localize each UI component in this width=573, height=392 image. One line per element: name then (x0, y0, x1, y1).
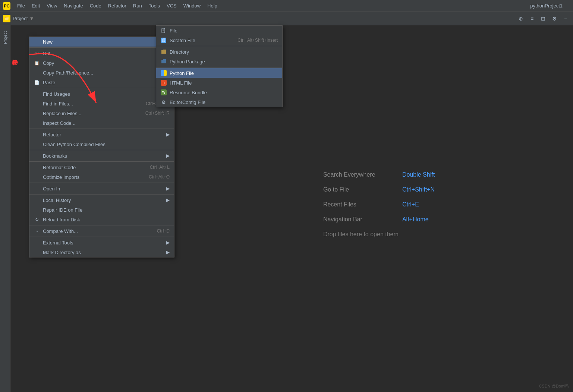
menu-run[interactable]: Run (130, 2, 145, 10)
ctx-optimize-label: Optimize Imports (43, 174, 146, 180)
welcome-content: Search Everywhere Double Shift Go to Fil… (323, 171, 435, 246)
welcome-line-2: Recent Files Ctrl+E (323, 201, 435, 208)
side-strip: Project (0, 25, 10, 392)
menu-edit[interactable]: Edit (29, 2, 43, 10)
ctx-optimize[interactable]: Optimize Imports Ctrl+Alt+O (29, 172, 174, 183)
sub-resource-label: Resource Bundle (170, 90, 278, 95)
ctx-find-usages[interactable]: Find Usages Alt+F7 (29, 89, 174, 99)
sub-directory[interactable]: Directory (156, 47, 282, 57)
sub-scratch-shortcut: Ctrl+Alt+Shift+Insert (237, 38, 278, 43)
refactor-arrow: ▶ (166, 132, 170, 137)
copy-icon: 📋 (34, 60, 40, 66)
svg-rect-7 (164, 92, 165, 94)
filter-btn[interactable]: ⊟ (539, 14, 548, 23)
welcome-shortcut-1: Ctrl+Shift+N (402, 186, 435, 193)
copy-path-icon (34, 70, 40, 76)
ctx-open-in[interactable]: Open In ▶ (29, 184, 174, 195)
local-history-icon (34, 197, 40, 203)
welcome-label-4: Drop files here to open them (323, 231, 399, 238)
ctx-copy-label: Copy (43, 60, 154, 66)
menu-bar: File Edit View Navigate Code Refactor Ru… (14, 2, 530, 10)
sub-python-file[interactable]: Python File (156, 68, 282, 78)
ctx-copy-path[interactable]: Copy Path/Reference... (29, 68, 174, 78)
file-icon (161, 28, 167, 34)
menu-file[interactable]: File (14, 2, 28, 10)
ctx-external-tools[interactable]: External Tools ▶ (29, 238, 174, 247)
watermark: CSDN @Dom吗 (539, 383, 569, 389)
find-usages-icon (34, 91, 40, 97)
ctx-compare[interactable]: ↔ Compare With... Ctrl+D (29, 226, 174, 237)
sub-scratch[interactable]: Scratch File Ctrl+Alt+Shift+Insert (156, 35, 282, 46)
editorconfig-icon: ⚙ (161, 99, 167, 105)
menu-navigate[interactable]: Navigate (61, 2, 86, 10)
ctx-copy[interactable]: 📋 Copy Ctrl+C (29, 58, 174, 68)
ctx-find-files[interactable]: Find in Files... Ctrl+Shift+F (29, 99, 174, 108)
bookmarks-arrow: ▶ (166, 153, 170, 158)
menu-help[interactable]: Help (204, 2, 220, 10)
locate-btn[interactable]: ⊕ (516, 14, 525, 23)
ctx-replace-files[interactable]: Replace in Files... Ctrl+Shift+R (29, 108, 174, 118)
menu-vcs[interactable]: VCS (164, 2, 180, 10)
ctx-new-label: New (43, 39, 160, 45)
menu-view[interactable]: View (44, 2, 60, 10)
ctx-clean-python[interactable]: Clean Python Compiled Files (29, 139, 174, 150)
sort-btn[interactable]: ≡ (528, 14, 536, 23)
find-files-icon (34, 101, 40, 107)
ctx-refactor[interactable]: Refactor ▶ (29, 130, 174, 139)
sub-editorconfig-label: EditorConfig File (170, 99, 278, 105)
ctx-repair-label: Repair IDE on File (43, 207, 170, 213)
ctx-cut[interactable]: ✂ Cut Ctrl+X (29, 48, 174, 58)
ctx-replace-files-label: Replace in Files... (43, 111, 142, 116)
ctx-find-files-label: Find in Files... (43, 101, 143, 107)
reload-icon: ↻ (34, 216, 40, 222)
ctx-paste[interactable]: 📄 Paste Ctrl+V (29, 78, 174, 88)
python-file-icon (161, 70, 167, 76)
minimize-btn[interactable]: − (561, 14, 570, 23)
sub-package-label: Python Package (170, 59, 278, 64)
ctx-mark-directory[interactable]: Mark Directory as ▶ (29, 247, 174, 257)
menu-tools[interactable]: Tools (146, 2, 163, 10)
project-folder-icon: 📁 (3, 15, 10, 22)
ctx-reformat-label: Reformat Code (43, 165, 147, 170)
open-in-icon (34, 186, 40, 192)
project-tab[interactable]: Project (1, 28, 9, 47)
settings-btn[interactable]: ⚙ (550, 14, 559, 23)
ctx-replace-files-shortcut: Ctrl+Shift+R (145, 111, 170, 116)
ctx-bookmarks-label: Bookmarks (43, 153, 160, 159)
mark-dir-arrow: ▶ (166, 250, 170, 255)
ctx-reformat[interactable]: Reformat Code Ctrl+Alt+L (29, 162, 174, 172)
ctx-new[interactable]: New ▶ (29, 37, 174, 47)
ctx-reload-label: Reload from Disk (43, 217, 170, 222)
sub-python-package[interactable]: Python Package (156, 57, 282, 67)
ctx-local-history[interactable]: Local History ▶ (29, 195, 174, 205)
html-file-icon: H (161, 80, 167, 86)
context-area: 右键 New ▶ ✂ Cut (10, 25, 573, 392)
ctx-local-history-label: Local History (43, 197, 160, 203)
menu-code[interactable]: Code (87, 2, 104, 10)
sub-editorconfig[interactable]: ⚙ EditorConfig File (156, 97, 282, 107)
sub-resource[interactable]: Resource Bundle (156, 88, 282, 97)
welcome-line-1: Go to File Ctrl+Shift+N (323, 186, 435, 193)
menu-window[interactable]: Window (180, 2, 204, 10)
welcome-label-2: Recent Files (323, 201, 398, 208)
context-menu: New ▶ ✂ Cut Ctrl+X 📋 Copy Ctrl+C Copy Pa… (29, 37, 174, 257)
ctx-open-in-label: Open In (43, 186, 160, 192)
ctx-inspect[interactable]: Inspect Code... (29, 118, 174, 129)
ext-tools-arrow: ▶ (166, 240, 170, 245)
ctx-bookmarks[interactable]: Bookmarks ▶ (29, 151, 174, 162)
package-icon (161, 59, 167, 64)
ctx-reload[interactable]: ↻ Reload from Disk (29, 215, 174, 225)
sub-file[interactable]: File (156, 26, 282, 35)
project-title: pythonProject1 (530, 3, 563, 9)
cut-icon: ✂ (34, 50, 40, 56)
menu-refactor[interactable]: Refactor (105, 2, 129, 10)
ctx-compare-label: Compare With... (43, 228, 154, 234)
sub-html-file[interactable]: H HTML File (156, 78, 282, 88)
inspect-icon (34, 120, 40, 126)
submenu-new: File Scratch File Ctrl+Alt+Shift+Insert … (156, 25, 283, 107)
welcome-label-0: Search Everywhere (323, 171, 398, 178)
mark-dir-icon (34, 249, 40, 255)
ctx-mark-dir-label: Mark Directory as (43, 250, 160, 255)
ctx-paste-label: Paste (43, 80, 154, 85)
ctx-repair-ide[interactable]: Repair IDE on File (29, 205, 174, 215)
